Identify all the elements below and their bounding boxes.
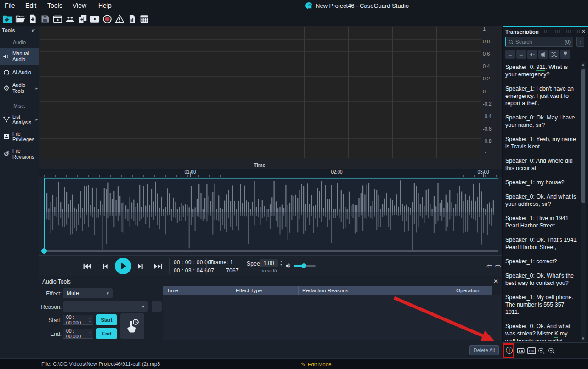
skip-to-end-button[interactable]: [152, 262, 164, 270]
amplitude-chart: 10.80.60.40.20-0.2-0.4-0.6-0.8-1 Amplitu…: [39, 26, 502, 169]
divider: [169, 258, 170, 274]
zoom-out-button[interactable]: [548, 346, 555, 355]
scrollbar-thumb[interactable]: [581, 69, 585, 203]
seek-knob[interactable]: [41, 248, 47, 254]
previous-match-button[interactable]: ←: [505, 50, 515, 59]
transcription-menu-button[interactable]: ⋮: [576, 37, 584, 47]
subtitle-badge-button[interactable]: [517, 346, 525, 355]
reason-dropdown[interactable]: ▾: [63, 301, 148, 312]
start-button[interactable]: Start: [96, 314, 117, 325]
effect-dropdown[interactable]: Mute ▾: [63, 288, 113, 298]
timeline-ruler[interactable]: 01:00 02:00 03:00: [39, 169, 502, 177]
collapse-sidebar-button[interactable]: «: [31, 27, 35, 34]
calendar-icon[interactable]: [139, 13, 150, 24]
shuffle-matches-button[interactable]: [549, 50, 559, 59]
divider: [206, 258, 207, 274]
speed-input[interactable]: 1.00: [260, 259, 278, 267]
transcript-entry[interactable]: Speaker_1: I don't have an emergency. I …: [505, 85, 579, 107]
seek-track[interactable]: [44, 250, 498, 252]
pin-button[interactable]: [560, 50, 570, 59]
sidebar-item-file-privileges[interactable]: File Privileges: [0, 128, 39, 145]
mute-segment-button[interactable]: [527, 50, 537, 59]
column-operation[interactable]: Operation: [452, 286, 492, 295]
end-stepper[interactable]: ▲▼: [89, 331, 91, 337]
menu-edit[interactable]: Edit: [25, 2, 36, 9]
end-time-input[interactable]: 00 : 00.000 ▲▼: [63, 329, 93, 339]
skip-to-start-button[interactable]: [81, 262, 93, 270]
sidebar-item-manual-audio[interactable]: Manual Audio: [0, 48, 39, 65]
speed-stepper[interactable]: ▲ ▼: [280, 260, 283, 266]
start-stepper[interactable]: ▲▼: [89, 317, 91, 323]
volume-icon[interactable]: [284, 261, 293, 270]
y-tick: 1: [483, 26, 486, 32]
close-panel-button[interactable]: ✕: [493, 278, 498, 284]
y-tick: 0.4: [483, 63, 490, 69]
end-button[interactable]: End: [96, 328, 117, 339]
sidebar-item-list-analysis[interactable]: List Analysis ▸: [0, 111, 39, 128]
add-reason-button[interactable]: [152, 301, 162, 312]
transcript-entry[interactable]: Speaker_1: Yeah, my name is Travis Kent.: [505, 136, 579, 150]
transcription-search[interactable]: (0): [505, 37, 573, 47]
menu-help[interactable]: Help: [98, 2, 112, 9]
archive-icon[interactable]: [52, 13, 63, 24]
menu-tools[interactable]: Tools: [47, 2, 62, 9]
column-time[interactable]: Time: [163, 286, 232, 295]
add-file-icon[interactable]: [27, 13, 38, 24]
next-frame-button[interactable]: [135, 262, 147, 270]
transcript-entry[interactable]: Speaker_1: my house?: [505, 179, 579, 186]
start-time-input[interactable]: 00 : 00.000 ▲▼: [63, 315, 93, 325]
collaborate-icon[interactable]: [64, 13, 75, 24]
step-down-icon[interactable]: ▼: [280, 263, 283, 266]
delete-all-button[interactable]: Delete All: [469, 345, 499, 355]
sidebar-item-file-revisions[interactable]: ↺ File Revisions: [0, 145, 39, 162]
transcript-entry[interactable]: Speaker_1: I live in 1941 Pearl Harbor S…: [505, 215, 579, 229]
close-transcription-button[interactable]: ✕: [582, 28, 586, 34]
sidebar-item-audio-tools[interactable]: ⚙ Audio Tools ▸: [0, 79, 39, 97]
transcript-entry[interactable]: Speaker_0: Ok. May I have your name, sir…: [505, 114, 579, 129]
drag-texture: [541, 30, 580, 33]
menu-view[interactable]: View: [73, 2, 86, 9]
info-button[interactable]: ⓘ: [506, 346, 513, 355]
window-title: New Project46 - CaseGuard Studio: [305, 2, 409, 9]
warning-icon[interactable]: [114, 13, 125, 24]
redaction-table-body[interactable]: [163, 295, 501, 340]
duplicate-icon[interactable]: [77, 13, 88, 24]
announce-button[interactable]: [538, 50, 548, 59]
column-effect-type[interactable]: Effect Type: [232, 286, 299, 295]
transcript-entry[interactable]: Speaker_0: Ok. And what is your address,…: [505, 193, 579, 208]
search-input[interactable]: [515, 39, 563, 45]
captions-button[interactable]: CC: [527, 346, 536, 355]
open-folder-icon[interactable]: [15, 13, 26, 24]
transcript-scrollbar[interactable]: ∧ ∨: [581, 62, 586, 341]
sidebar-item-ai-audio[interactable]: AI Audio: [0, 65, 39, 79]
column-redaction-reasons[interactable]: Redaction Reasons: [299, 286, 452, 295]
amplitude-plot-area[interactable]: [40, 27, 481, 158]
scroll-down-icon[interactable]: ∨: [581, 336, 586, 341]
report-icon[interactable]: [126, 13, 137, 24]
play-button[interactable]: [115, 258, 131, 274]
divider: [298, 359, 298, 369]
headset-icon: [2, 68, 11, 76]
transcript-entry[interactable]: Speaker_0: Ok. That's 1941 Pearl Harbor …: [505, 236, 579, 251]
tap-to-mark-button[interactable]: [120, 313, 144, 339]
transcript-entry[interactable]: Speaker_0: Ok. What's the best way to co…: [505, 272, 579, 287]
transcript-entry[interactable]: Speaker_1: My cell phone. The number is …: [505, 294, 579, 316]
import-project-icon[interactable]: [2, 13, 13, 24]
waveform-display[interactable]: [39, 177, 502, 255]
undo-button[interactable]: ⇦: [485, 261, 494, 270]
transcript-entry[interactable]: Speaker_1: correct?: [505, 258, 579, 265]
transcript-entry[interactable]: Speaker_0: And where did this occur at: [505, 157, 579, 172]
transcript-entry[interactable]: Speaker_0: Ok. And what was stolen? Mist…: [505, 323, 579, 341]
next-match-button[interactable]: →: [516, 50, 526, 59]
zoom-in-button[interactable]: [538, 346, 545, 355]
save-icon[interactable]: [40, 13, 51, 24]
transcript-entry[interactable]: Speaker_0: 911. What is your emergency?: [505, 63, 579, 78]
scroll-up-icon[interactable]: ∧: [581, 63, 586, 67]
volume-knob[interactable]: [301, 263, 306, 268]
record-icon[interactable]: [102, 13, 113, 24]
menu-file[interactable]: File: [5, 2, 15, 9]
previous-frame-button[interactable]: [99, 262, 111, 270]
step-up-icon[interactable]: ▲: [280, 260, 283, 263]
video-icon[interactable]: [89, 13, 100, 24]
playhead[interactable]: [44, 178, 45, 252]
